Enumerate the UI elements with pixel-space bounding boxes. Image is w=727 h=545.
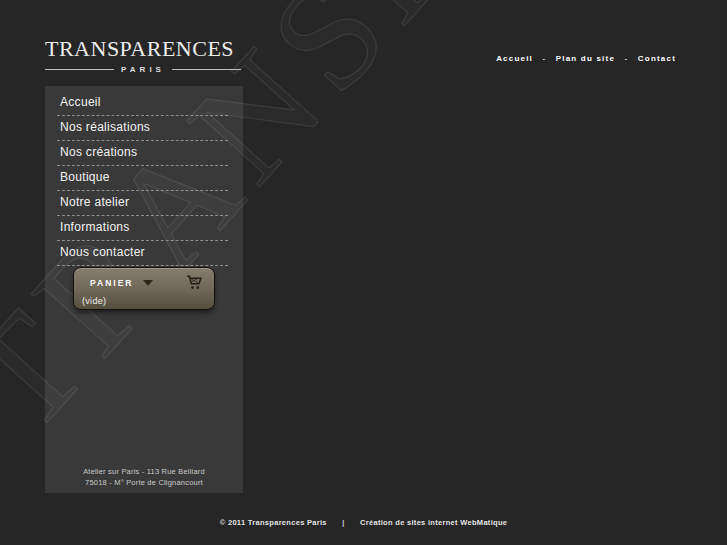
chevron-down-icon [143, 280, 153, 286]
sidebar-item-informations[interactable]: Informations [57, 216, 228, 241]
sidebar: Accueil Nos réalisations Nos créations B… [45, 86, 243, 493]
sidebar-item-nos-realisations[interactable]: Nos réalisations [57, 116, 228, 141]
logo-rule-left [45, 69, 114, 70]
topnav-separator: - [625, 54, 629, 63]
sidebar-item-nos-creations[interactable]: Nos créations [57, 141, 228, 166]
topnav-link-plan-du-site[interactable]: Plan du site [556, 54, 615, 63]
cart-icon [186, 275, 203, 290]
logo-subtitle: PARIS [121, 65, 165, 74]
sidebar-item-boutique[interactable]: Boutique [57, 166, 228, 191]
topnav-separator: - [542, 54, 546, 63]
webmatique-credit-link[interactable]: Création de sites internet WebMatique [360, 518, 507, 527]
logo-rule-right [172, 69, 241, 70]
page-footer: © 2011 Transparences Paris | Création de… [0, 518, 727, 527]
address-line-2: 75018 - M° Porte de Clignancourt [45, 478, 243, 489]
logo-title: TRANSPARENCES [45, 36, 241, 62]
topnav-link-accueil[interactable]: Accueil [496, 54, 533, 63]
cart-title: PANIER [90, 278, 134, 288]
sidebar-item-nous-contacter[interactable]: Nous contacter [57, 241, 228, 266]
copyright-text: © 2011 Transparences Paris [220, 518, 327, 527]
cart-status: (vide) [74, 290, 214, 306]
sidebar-menu: Accueil Nos réalisations Nos créations B… [45, 86, 243, 266]
cart-widget: PANIER (vide) [73, 267, 215, 310]
sidebar-item-accueil[interactable]: Accueil [57, 91, 228, 116]
logo-subtitle-row: PARIS [45, 65, 241, 74]
footer-separator: | [342, 518, 344, 527]
page-background: TRANSPARENCES PARIS TRANSPARENCES PARIS … [0, 0, 727, 545]
site-logo[interactable]: TRANSPARENCES PARIS [45, 36, 241, 74]
cart-dropdown-toggle[interactable]: PANIER [74, 268, 214, 290]
atelier-address: Atelier sur Paris - 113 Rue Belliard 750… [45, 467, 243, 488]
topnav-link-contact[interactable]: Contact [638, 54, 676, 63]
top-nav: Accueil - Plan du site - Contact [496, 54, 676, 63]
address-line-1: Atelier sur Paris - 113 Rue Belliard [45, 467, 243, 478]
sidebar-item-notre-atelier[interactable]: Notre atelier [57, 191, 228, 216]
